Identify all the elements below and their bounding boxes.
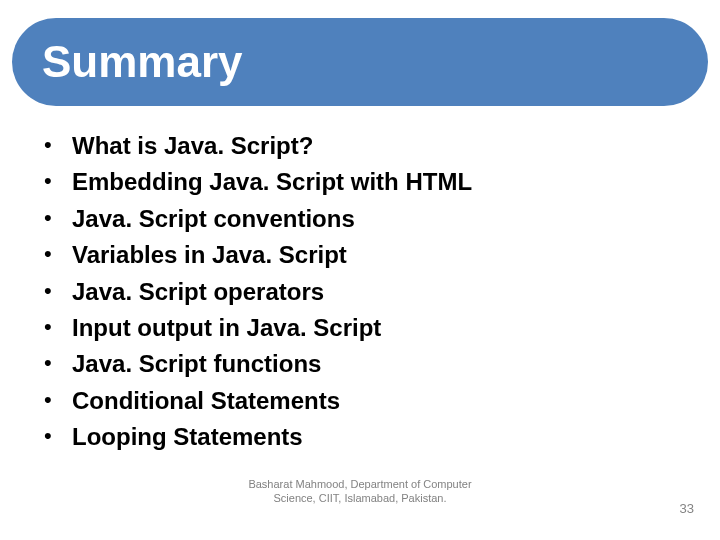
bullet-icon: • xyxy=(42,239,72,269)
list-item: • Conditional Statements xyxy=(42,385,678,417)
bullet-text: Java. Script functions xyxy=(72,348,321,380)
bullet-icon: • xyxy=(42,348,72,378)
footer: Basharat Mahmood, Department of Computer… xyxy=(0,478,720,526)
bullet-text: Embedding Java. Script with HTML xyxy=(72,166,472,198)
bullet-text: Java. Script operators xyxy=(72,276,324,308)
bullet-text: Input output in Java. Script xyxy=(72,312,381,344)
page-number: 33 xyxy=(680,501,694,516)
bullet-text: Conditional Statements xyxy=(72,385,340,417)
list-item: • Java. Script functions xyxy=(42,348,678,380)
list-item: • Looping Statements xyxy=(42,421,678,453)
bullet-icon: • xyxy=(42,312,72,342)
bullet-text: Java. Script conventions xyxy=(72,203,355,235)
title-bar: Summary xyxy=(12,18,708,106)
list-item: • What is Java. Script? xyxy=(42,130,678,162)
bullet-text: What is Java. Script? xyxy=(72,130,313,162)
content-area: • What is Java. Script? • Embedding Java… xyxy=(42,130,678,458)
list-item: • Embedding Java. Script with HTML xyxy=(42,166,678,198)
list-item: • Variables in Java. Script xyxy=(42,239,678,271)
bullet-icon: • xyxy=(42,203,72,233)
bullet-icon: • xyxy=(42,421,72,451)
bullet-list: • What is Java. Script? • Embedding Java… xyxy=(42,130,678,454)
slide-title: Summary xyxy=(42,37,243,87)
bullet-text: Looping Statements xyxy=(72,421,303,453)
bullet-text: Variables in Java. Script xyxy=(72,239,347,271)
list-item: • Java. Script operators xyxy=(42,276,678,308)
bullet-icon: • xyxy=(42,130,72,160)
bullet-icon: • xyxy=(42,385,72,415)
list-item: • Java. Script conventions xyxy=(42,203,678,235)
list-item: • Input output in Java. Script xyxy=(42,312,678,344)
footer-attribution: Basharat Mahmood, Department of Computer… xyxy=(230,478,490,506)
bullet-icon: • xyxy=(42,276,72,306)
bullet-icon: • xyxy=(42,166,72,196)
